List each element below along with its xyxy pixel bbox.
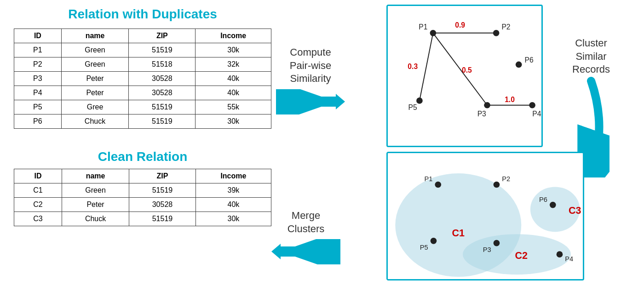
compute-label: ComputePair-wiseSimilarity [276, 46, 345, 86]
svg-point-13 [529, 102, 535, 109]
svg-text:1.0: 1.0 [505, 96, 515, 103]
title-clean: Clean Relation [14, 143, 271, 169]
svg-text:P1: P1 [419, 23, 427, 31]
svg-text:P5: P5 [408, 103, 417, 111]
clean-col-id: ID [14, 169, 62, 183]
svg-point-29 [557, 251, 563, 257]
col-header-name: name [61, 29, 129, 43]
table-row: P2Green5151832k [14, 57, 271, 72]
svg-text:P2: P2 [501, 23, 510, 31]
svg-text:P3: P3 [483, 246, 491, 253]
svg-text:0.9: 0.9 [455, 21, 465, 29]
title-duplicates: Relation with Duplicates [14, 0, 271, 26]
table-duplicates: ID name ZIP Income P1Green5151930kP2Gree… [14, 29, 271, 129]
svg-text:P6: P6 [524, 56, 533, 64]
cluster-svg: P1 P2 P3 P4 P5 P6 C1 C2 C3 [388, 153, 583, 279]
table-row: C3Chuck5151930k [14, 212, 271, 226]
clean-col-income: Income [196, 169, 271, 183]
merge-label: MergeClusters [271, 209, 340, 235]
svg-point-26 [435, 182, 441, 188]
col-header-id: ID [14, 29, 62, 43]
svg-text:P5: P5 [420, 244, 428, 251]
svg-text:0.5: 0.5 [462, 66, 472, 74]
svg-line-4 [433, 33, 487, 105]
svg-point-15 [516, 62, 522, 68]
svg-point-11 [493, 30, 500, 36]
svg-text:P6: P6 [539, 196, 547, 203]
left-section: Relation with Duplicates ID name ZIP Inc… [14, 0, 271, 226]
compute-arrow [276, 89, 345, 114]
table-row: C1Green5151939k [14, 183, 271, 198]
svg-text:P4: P4 [565, 255, 573, 263]
svg-point-28 [494, 240, 500, 246]
table-row: C2Peter3052840k [14, 198, 271, 212]
svg-text:P1: P1 [425, 175, 433, 183]
table-row: P5Gree5151955k [14, 100, 271, 114]
similarity-graph-box: 0.9 0.3 0.5 1.0 P1 P2 P3 P4 P5 P6 [386, 5, 543, 147]
svg-point-14 [416, 97, 423, 104]
table-row: P6Chuck5151930k [14, 114, 271, 129]
svg-point-10 [430, 30, 436, 36]
svg-text:P3: P3 [477, 110, 486, 118]
svg-point-12 [484, 102, 490, 109]
cluster-box: P1 P2 P3 P4 P5 P6 C1 C2 C3 [386, 152, 584, 280]
col-header-zip: ZIP [129, 29, 196, 43]
svg-text:C3: C3 [569, 205, 581, 216]
clean-col-zip: ZIP [129, 169, 196, 183]
cluster-label: ClusterSimilarRecords [550, 37, 632, 76]
table-row: P1Green5151930k [14, 43, 271, 57]
table-row: P3Peter3052840k [14, 72, 271, 86]
compute-label-section: ComputePair-wiseSimilarity [276, 46, 345, 116]
svg-text:C2: C2 [515, 250, 528, 261]
svg-text:C1: C1 [452, 228, 465, 239]
svg-point-30 [431, 238, 437, 244]
svg-text:0.3: 0.3 [408, 63, 418, 70]
clean-relation-section: Clean Relation ID name ZIP Income C1Gree… [14, 143, 271, 226]
table-clean: ID name ZIP Income C1Green5151939kC2Pete… [14, 169, 271, 226]
clean-col-name: name [62, 169, 129, 183]
svg-marker-1 [336, 94, 345, 109]
svg-text:P4: P4 [532, 110, 541, 118]
svg-point-27 [494, 182, 500, 188]
merge-arrow [271, 239, 340, 264]
svg-text:P2: P2 [502, 175, 510, 183]
merge-label-section: MergeClusters [271, 209, 340, 266]
svg-marker-42 [271, 244, 281, 259]
svg-line-3 [420, 33, 433, 101]
svg-point-31 [550, 202, 556, 208]
table-row: P4Peter3052840k [14, 86, 271, 100]
graph-svg: 0.9 0.3 0.5 1.0 P1 P2 P3 P4 P5 P6 [388, 6, 541, 146]
col-header-income: Income [196, 29, 271, 43]
